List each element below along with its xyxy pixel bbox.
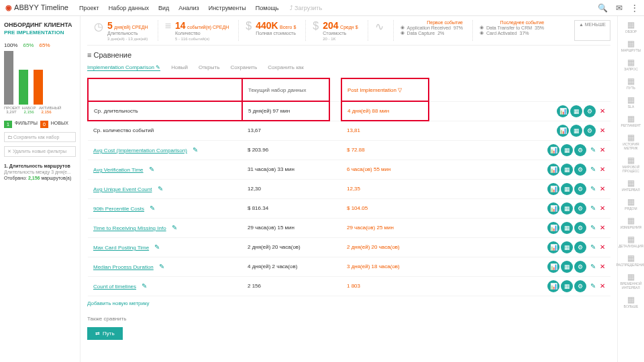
grid-icon[interactable]: ▦ (561, 261, 573, 273)
grid-icon[interactable]: ▦ (561, 202, 573, 215)
delete-icon[interactable]: ✕ (600, 107, 605, 115)
tab-impl-compare[interactable]: Implementation Comparison ✎ (87, 64, 160, 71)
row-edit-icon[interactable]: ✎ (590, 282, 596, 290)
rside-item[interactable]: ▦ОБЗОР (625, 20, 637, 34)
grid-icon[interactable]: ▦ (561, 144, 573, 156)
rside-item[interactable]: ▦SLA (627, 95, 635, 109)
delete-icon[interactable]: ✕ (600, 263, 605, 270)
delete-icon[interactable]: ✕ (600, 127, 605, 134)
chart-icon[interactable]: 📊 (557, 105, 569, 117)
delete-icon[interactable]: ✕ (600, 204, 605, 212)
chart-icon[interactable]: 📊 (547, 261, 559, 273)
search-icon[interactable]: 🔍 (598, 3, 608, 13)
path-button[interactable]: ⇄ Путь (87, 327, 123, 340)
edit-icon[interactable]: ✎ (154, 243, 160, 251)
chart-icon[interactable]: 📊 (547, 222, 559, 234)
chart-icon[interactable]: 📊 (557, 125, 569, 137)
delete-icon[interactable]: ✕ (600, 243, 605, 251)
rside-item[interactable]: ▦РАСПРЕДЕЛЕНИЕ (616, 253, 644, 267)
menu-view[interactable]: Вид (158, 5, 169, 11)
grid-icon[interactable]: ▦ (561, 222, 573, 234)
rside-item[interactable]: ▦ВРЕМЕННОЙ ИНТЕРВАЛ (618, 272, 644, 290)
rside-item[interactable]: ▦ПУТЬ (627, 76, 635, 90)
chart-icon[interactable]: 📊 (547, 241, 559, 253)
menu-dataset[interactable]: Набор данных (109, 5, 149, 11)
tab-saveas[interactable]: Сохранить как (268, 64, 304, 71)
rside-item[interactable]: ▦БОЛЬШЕ (624, 295, 639, 308)
rside-item[interactable]: ▦МАРШРУТЫ (621, 39, 641, 52)
metric-name[interactable]: Avg Cost (Implementation Comparison) (93, 147, 187, 154)
grid-icon[interactable]: ▦ (561, 183, 573, 195)
col-post[interactable]: Post Implementation ▽ (341, 78, 429, 101)
row-edit-icon[interactable]: ✎ (590, 204, 596, 212)
rside-item[interactable]: ▦ИЗМЕРЕНИЯ (621, 216, 642, 229)
edit-icon[interactable]: ✎ (159, 263, 164, 270)
chart-icon[interactable]: 📊 (547, 164, 559, 176)
tab-open[interactable]: Открыть (199, 64, 219, 71)
metric-name[interactable]: Median Process Duration (93, 264, 154, 270)
chart-icon[interactable]: 📊 (547, 202, 559, 215)
settings-icon[interactable]: ⚙ (574, 202, 586, 215)
rside-item[interactable]: ▦ЗАПРОС (624, 58, 638, 71)
delete-icon[interactable]: ✕ (600, 146, 605, 154)
row-edit-icon[interactable]: ✎ (590, 146, 596, 154)
save-as-set-button[interactable]: 🗀 Сохранить как набор (4, 132, 76, 142)
metric-name[interactable]: Avg Unique Event Count (93, 186, 152, 192)
menu-project[interactable]: Проект (79, 5, 99, 11)
grid-icon[interactable]: ▦ (561, 164, 573, 176)
row-edit-icon[interactable]: ✎ (590, 243, 596, 251)
settings-icon[interactable]: ⚙ (574, 183, 586, 195)
collapse-button[interactable]: ▲ МЕНЬШЕ (574, 20, 610, 41)
grid-icon[interactable]: ▦ (561, 280, 573, 292)
add-metric-link[interactable]: Добавить новую метрику (87, 300, 150, 306)
row-edit-icon[interactable]: ✎ (590, 166, 596, 173)
grid-icon[interactable]: ▦ (570, 105, 582, 117)
settings-icon[interactable]: ⚙ (574, 261, 586, 273)
metric-name[interactable]: Max Card Posting Time (93, 245, 149, 251)
delete-icon[interactable]: ✕ (600, 185, 605, 192)
metric-name[interactable]: Count of timelines (93, 284, 136, 290)
chart-icon[interactable]: 📊 (547, 183, 559, 195)
rside-item[interactable]: ▦ИСТОРИЯ МЕТРИК (618, 133, 644, 150)
metric-name[interactable]: 90th Percentile Costs (93, 206, 144, 212)
menu-tools[interactable]: Инструменты (209, 5, 246, 11)
upload-button[interactable]: ⤴ Загрузить (290, 5, 323, 11)
delete-icon[interactable]: ✕ (600, 224, 605, 231)
rside-item[interactable]: ▦МИРОВОЙ ПРОЦЕСС (618, 156, 644, 173)
delete-icon[interactable]: ✕ (600, 166, 605, 173)
tab-new[interactable]: Новый (171, 64, 188, 71)
edit-icon[interactable]: ✎ (150, 204, 155, 212)
edit-icon[interactable]: ✎ (193, 146, 198, 154)
edit-icon[interactable]: ✎ (158, 185, 163, 192)
edit-icon[interactable]: ✎ (149, 166, 154, 173)
rside-item[interactable]: ▦РЕГЛАМЕНТ (621, 114, 641, 127)
metric-name[interactable]: Avg Verification Time (93, 167, 144, 173)
settings-icon[interactable]: ⚙ (574, 241, 586, 253)
metric-name[interactable]: Time to Receiving Missing Info (93, 225, 166, 231)
settings-icon[interactable]: ⚙ (574, 164, 586, 176)
row-edit-icon[interactable]: ✎ (590, 224, 596, 231)
settings-icon[interactable]: ⚙ (584, 125, 596, 137)
edit-icon[interactable]: ✎ (172, 224, 177, 231)
rside-item[interactable]: ▦ИНТЕРВАЛ (622, 178, 640, 192)
chart-icon[interactable]: 📊 (547, 144, 559, 156)
rside-item[interactable]: ▦РЯДОМ (625, 197, 637, 210)
grid-icon[interactable]: ▦ (570, 125, 582, 137)
more-icon[interactable]: ⋮ (631, 3, 639, 13)
edit-icon[interactable]: ✎ (142, 282, 147, 290)
menu-analysis[interactable]: Анализ (178, 5, 199, 11)
settings-icon[interactable]: ⚙ (574, 222, 586, 234)
settings-icon[interactable]: ⚙ (584, 105, 596, 117)
grid-icon[interactable]: ▦ (561, 241, 573, 253)
menu-help[interactable]: Помощь (256, 5, 279, 11)
tab-save[interactable]: Сохранить (230, 64, 257, 71)
delete-icon[interactable]: ✕ (600, 282, 605, 290)
settings-icon[interactable]: ⚙ (574, 280, 586, 292)
chart-icon[interactable]: 📊 (547, 280, 559, 292)
row-edit-icon[interactable]: ✎ (590, 185, 596, 192)
clear-filters-button[interactable]: ✕ Удалить новые фильтры (4, 146, 76, 157)
rside-item[interactable]: ▦ДЕТАЛИЗАЦИЯ (619, 235, 643, 248)
settings-icon[interactable]: ⚙ (574, 144, 586, 156)
row-edit-icon[interactable]: ✎ (590, 263, 596, 270)
mail-icon[interactable]: ✉ (616, 3, 623, 13)
